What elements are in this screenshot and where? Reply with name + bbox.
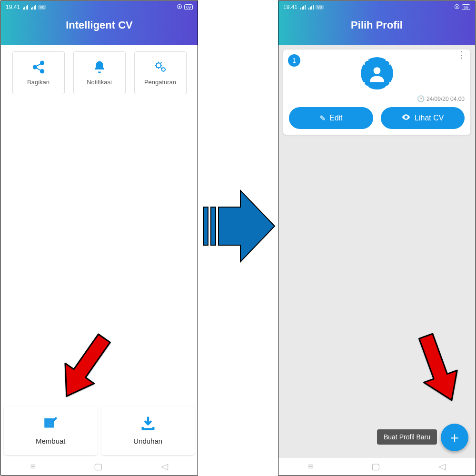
create-label: Membuat xyxy=(36,437,66,445)
profile-number-badge: 1 xyxy=(288,54,300,67)
pencil-icon: ✎ xyxy=(319,114,326,123)
plus-icon: ＋ xyxy=(447,428,462,447)
status-time: 19.41 xyxy=(6,4,20,10)
vibrate-icon: ⦿ xyxy=(177,4,182,10)
page-title: Intelligent CV xyxy=(1,19,198,31)
share-label: Bagikan xyxy=(27,79,50,86)
volte-badge: Vo xyxy=(38,5,46,10)
settings-card[interactable]: Pengaturan xyxy=(134,51,187,94)
downloads-label: Unduhan xyxy=(133,437,162,445)
share-icon xyxy=(31,60,46,76)
svg-point-1 xyxy=(40,61,44,65)
annotation-arrow-left-icon xyxy=(57,328,114,409)
bell-icon xyxy=(92,60,107,76)
signal-icon xyxy=(23,5,28,10)
svg-point-8 xyxy=(405,116,407,118)
signal-icon-2 xyxy=(308,5,314,10)
android-nav-bar: ≡ ▢ ◁ xyxy=(1,458,198,475)
nav-back[interactable]: ◁ xyxy=(438,461,446,472)
volte-badge: Vo xyxy=(316,5,324,10)
app-header-right: 19.41 Vo ⦿ 69 Pilih Profil xyxy=(278,1,475,45)
svg-rect-10 xyxy=(211,207,216,245)
svg-point-0 xyxy=(33,65,37,69)
settings-label: Pengaturan xyxy=(144,79,176,86)
add-profile-fab[interactable]: ＋ xyxy=(441,424,468,451)
nav-home[interactable]: ▢ xyxy=(371,461,380,472)
view-cv-button[interactable]: Lihat CV xyxy=(381,107,465,129)
page-title-right: Pilih Profil xyxy=(278,19,475,31)
profile-card[interactable]: 1 ⋮ 🕑 24/09/20 04.00 ✎ Edit Liha xyxy=(283,50,470,135)
svg-line-3 xyxy=(36,64,40,66)
signal-icon-2 xyxy=(31,5,36,10)
clock-icon: 🕑 xyxy=(417,95,425,102)
downloads-card[interactable]: Unduhan xyxy=(101,406,195,455)
nav-home[interactable]: ▢ xyxy=(94,461,103,472)
kebab-menu-icon[interactable]: ⋮ xyxy=(457,53,466,56)
signal-icon xyxy=(300,5,306,10)
profile-avatar xyxy=(361,57,393,89)
profile-timestamp: 🕑 24/09/20 04.00 xyxy=(289,95,465,102)
transition-arrow-icon xyxy=(202,181,276,271)
fab-tooltip: Buat Profil Baru xyxy=(377,429,437,445)
nav-back[interactable]: ◁ xyxy=(161,461,168,472)
eye-icon xyxy=(401,112,411,124)
annotation-arrow-right-icon xyxy=(414,328,466,409)
svg-line-4 xyxy=(36,68,40,70)
edit-button[interactable]: ✎ Edit xyxy=(289,107,373,129)
nav-recent[interactable]: ≡ xyxy=(30,462,36,472)
app-header: 19.41 Vo ⦿ 69 Intelligent CV xyxy=(1,1,198,45)
battery-indicator-right: 69 xyxy=(462,4,470,10)
battery-indicator: 69 xyxy=(184,4,193,10)
status-bar-right: 19.41 Vo ⦿ 69 xyxy=(278,1,475,10)
nav-recent[interactable]: ≡ xyxy=(307,462,313,472)
svg-point-6 xyxy=(161,68,165,71)
create-card[interactable]: Membuat xyxy=(4,406,98,455)
compose-icon xyxy=(42,416,59,433)
svg-point-2 xyxy=(40,69,44,73)
notifications-label: Notifikasi xyxy=(87,79,112,86)
svg-rect-9 xyxy=(203,207,208,245)
gears-icon xyxy=(153,60,168,76)
notifications-card[interactable]: Notifikasi xyxy=(73,51,126,94)
status-time-right: 19.41 xyxy=(283,4,298,10)
svg-point-7 xyxy=(373,67,380,74)
download-icon xyxy=(140,416,156,433)
android-nav-bar-right: ≡ ▢ ◁ xyxy=(278,458,475,475)
vibrate-icon: ⦿ xyxy=(454,4,460,10)
share-card[interactable]: Bagikan xyxy=(12,51,65,94)
status-bar: 19.41 Vo ⦿ 69 xyxy=(1,1,198,10)
